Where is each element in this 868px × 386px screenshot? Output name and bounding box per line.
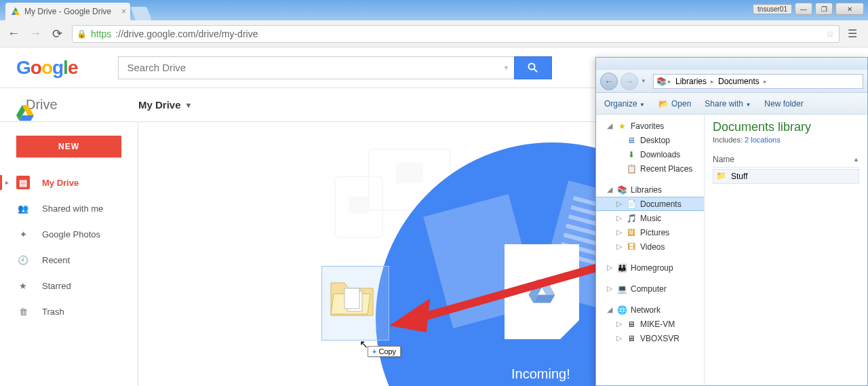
tree-downloads[interactable]: ⬇Downloads [596,147,704,161]
lock-icon: 🔒 [77,29,87,39]
google-logo[interactable]: Google [16,57,77,79]
sidebar-item-starred[interactable]: ★Starred [0,273,138,298]
collapse-icon[interactable]: ◢ [606,306,613,313]
chrome-menu-icon[interactable]: ☰ [848,27,861,40]
bookmark-star-icon[interactable]: ☆ [826,28,835,39]
window-controls: tnsuser01 — ❐ ✕ [753,3,864,15]
new-button[interactable]: NEW [16,136,121,157]
column-header-name[interactable]: Name▲ [713,152,859,168]
tree-mikevm[interactable]: ▷🖥MIKE-VM [596,317,704,331]
tree-computer[interactable]: ▷💻Computer [596,282,704,296]
expand-icon[interactable]: ▷ [606,264,613,271]
homegroup-icon: 👪 [616,263,627,273]
library-title: Documents library [713,120,859,134]
sidebar-label: Starred [42,281,71,291]
locations-link[interactable]: 2 locations [745,136,781,144]
tree-desktop[interactable]: 🖥Desktop [596,133,704,147]
photos-icon: ✦ [16,227,30,241]
forward-button[interactable]: → [28,27,42,41]
pc-icon: 🖥 [626,333,637,344]
sidebar-label: Shared with me [42,204,103,214]
path-documents[interactable]: Documents [715,77,762,86]
minimize-button[interactable]: — [795,3,812,15]
pc-icon: 🖥 [626,319,637,330]
sort-asc-icon[interactable]: ▲ [853,156,859,163]
plus-icon: + [372,347,376,355]
browser-tab[interactable]: My Drive - Google Drive × [5,3,130,20]
open-button[interactable]: 📂Open [658,99,691,109]
recent-icon: 📋 [626,163,637,174]
tree-favorites[interactable]: ◢★Favorites [596,119,704,133]
tree-libraries[interactable]: ◢📚Libraries [596,182,704,197]
sidebar-item-photos[interactable]: ✦Google Photos [0,221,138,247]
tree-documents[interactable]: ▷📄Documents [596,197,704,211]
tree-recent[interactable]: 📋Recent Places [596,161,704,176]
explorer-nav: ← → ▼ 📚 ▸ Libraries ▸ Documents ▸ [596,70,867,93]
chevron-right-icon[interactable]: ▸ [668,78,671,85]
tab-title: My Drive - Google Drive [24,7,111,16]
user-tag: tnsuser01 [753,4,792,14]
desktop-icon: 🖥 [626,135,637,146]
tab-close-icon[interactable]: × [121,7,126,16]
organize-button[interactable]: Organize ▼ [604,99,645,109]
explorer-window[interactable]: ← → ▼ 📚 ▸ Libraries ▸ Documents ▸ Organi… [595,57,868,386]
libraries-icon: 📚 [616,185,627,195]
search-button[interactable] [514,56,552,79]
expand-icon[interactable]: ▷ [606,285,613,292]
share-button[interactable]: Share with ▼ [705,99,751,109]
maximize-button[interactable]: ❐ [815,3,833,15]
expand-icon[interactable]: ▸ [5,179,9,186]
reload-button[interactable]: ⟳ [50,27,64,41]
tree-pictures[interactable]: ▷🖼Pictures [596,225,704,239]
new-tab-button[interactable] [130,7,151,20]
downloads-icon: ⬇ [626,149,637,160]
chevron-right-icon[interactable]: ▸ [711,78,714,85]
search-dropdown-icon[interactable]: ▼ [498,56,514,79]
explorer-back-button[interactable]: ← [600,73,618,90]
breadcrumb[interactable]: My Drive ▼ [138,99,192,111]
sidebar-item-shared[interactable]: 👥Shared with me [0,195,138,221]
copy-label: Copy [378,347,396,355]
explorer-content: Documents library Includes: 2 locations … [705,115,867,386]
explorer-path-bar[interactable]: 📚 ▸ Libraries ▸ Documents ▸ [653,74,863,89]
tree-vboxsvr[interactable]: ▷🖥VBOXSVR [596,331,704,345]
drive-logo[interactable]: Drive [16,97,138,113]
chevron-right-icon[interactable]: ▸ [764,78,767,85]
star-icon: ★ [16,279,30,292]
search-input[interactable] [118,56,498,79]
file-row-stuff[interactable]: 📁 Stuff [713,169,859,184]
back-button[interactable]: ← [7,27,20,41]
collapse-icon[interactable]: ◢ [606,122,613,130]
copy-badge: +Copy [368,346,401,357]
path-libraries[interactable]: Libraries [673,77,709,86]
sidebar-item-recent[interactable]: 🕘Recent [0,247,138,273]
sidebar-item-mydrive[interactable]: ▸▤My Drive [0,170,138,195]
tree-homegroup[interactable]: ▷👪Homegroup [596,260,704,275]
search-container: ▼ [118,56,552,79]
window-close-button[interactable]: ✕ [835,3,864,15]
expand-icon[interactable]: ▷ [615,320,623,328]
expand-icon[interactable]: ▷ [615,334,623,342]
browser-toolbar: ← → ⟳ 🔒 https://drive.google.com/drive/m… [0,20,868,47]
url-bar[interactable]: 🔒 https://drive.google.com/drive/my-driv… [72,25,840,43]
tree-music[interactable]: ▷🎵Music [596,211,704,225]
expand-icon[interactable]: ▷ [615,214,623,222]
collapse-icon[interactable]: ◢ [606,186,613,193]
url-rest: ://drive.google.com/drive/my-drive [115,28,258,39]
tree-network[interactable]: ◢🌐Network [596,303,704,317]
file-name: Stuff [731,172,747,181]
clock-icon: 🕘 [16,253,30,267]
expand-icon[interactable]: ▷ [615,243,623,250]
expand-icon[interactable]: ▷ [615,229,623,236]
explorer-history-dropdown[interactable]: ▼ [641,78,650,84]
browser-titlebar: My Drive - Google Drive × tnsuser01 — ❐ … [0,0,868,20]
expand-icon[interactable]: ▷ [615,200,623,208]
documents-icon: 📄 [626,199,637,210]
tree-videos[interactable]: ▷🎞Videos [596,239,704,254]
explorer-titlebar[interactable] [596,58,867,70]
explorer-forward-button[interactable]: → [620,73,638,90]
sidebar-item-trash[interactable]: 🗑Trash [0,298,138,324]
new-folder-button[interactable]: New folder [764,99,803,109]
network-icon: 🌐 [616,305,627,315]
people-icon: 👥 [16,201,30,215]
